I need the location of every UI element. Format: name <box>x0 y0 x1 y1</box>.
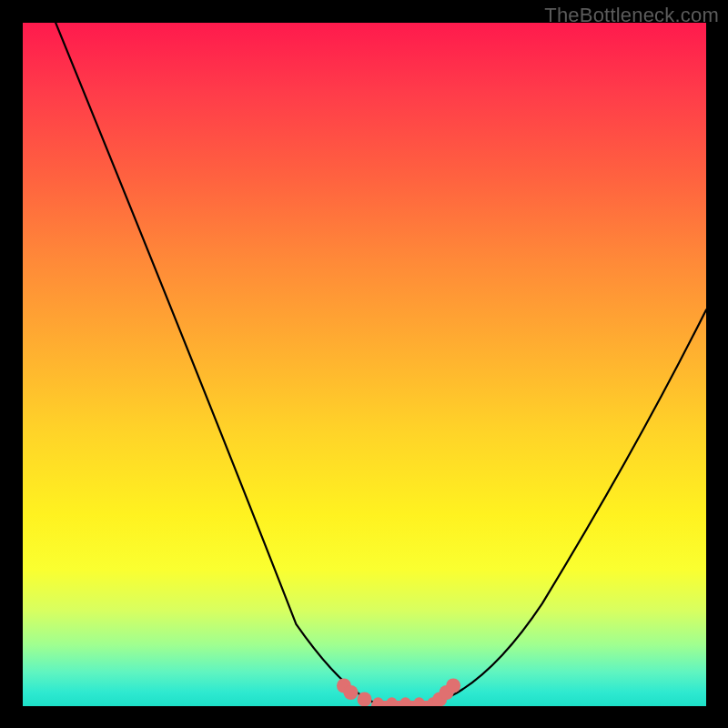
bottleneck-curve <box>50 23 706 704</box>
plot-area <box>23 23 706 706</box>
valley-marker-dot <box>373 697 384 706</box>
chart-svg <box>23 23 706 706</box>
valley-marker-dot <box>387 697 398 706</box>
watermark-text: TheBottleneck.com <box>544 4 719 27</box>
curve-group <box>50 23 706 704</box>
valley-marker-dot <box>400 697 411 706</box>
chart-frame: TheBottleneck.com <box>0 0 728 728</box>
marker-group <box>337 678 460 706</box>
valley-marker-dot <box>414 697 425 706</box>
valley-marker-dot <box>343 685 358 700</box>
valley-marker-dot <box>446 678 460 693</box>
valley-marker-dot <box>358 692 372 706</box>
